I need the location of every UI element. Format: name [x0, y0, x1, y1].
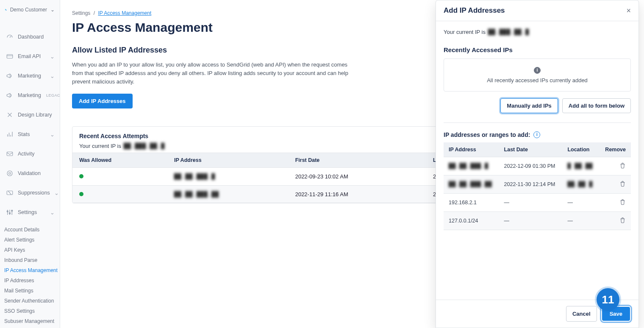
bars-icon [6, 131, 14, 138]
sidebar-item-design-library[interactable]: Design Library [0, 105, 60, 125]
add-all-button[interactable]: Add all to form below [562, 98, 631, 113]
trash-icon[interactable] [619, 162, 626, 169]
location-cell: — [567, 200, 573, 206]
last-date: 2022-11-30 12:14 PM [499, 175, 563, 193]
sidebar-item-settings[interactable]: Settings ⌄ [0, 203, 60, 222]
col-remove: Remove [599, 142, 631, 157]
last-date: — [499, 211, 563, 230]
sidebar-item-suppressions[interactable]: Suppressions ⌄ [0, 183, 60, 203]
current-ip-label: Your current IP is [79, 143, 121, 149]
cancel-button[interactable]: Cancel [566, 306, 597, 322]
settings-sub-inbound-parse[interactable]: Inbound Parse [4, 255, 60, 265]
svg-point-5 [7, 171, 12, 176]
first-date: 2022-09-23 10:02 AM [289, 168, 426, 186]
annotation-bubble: 11 [597, 288, 619, 311]
col-first-date: First Date [289, 153, 426, 168]
chevron-down-icon: ⌄ [50, 53, 55, 60]
col-was-allowed: Was Allowed [72, 153, 167, 168]
chevron-down-icon: ⌄ [50, 209, 55, 216]
last-date: — [499, 193, 563, 211]
recent-ips-empty: i All recently accessed IPs currently ad… [444, 58, 631, 92]
ip-cell: 192.168.2.1 [449, 200, 477, 206]
drawer-title: Add IP Addresses [444, 6, 505, 15]
sidebar-item-dashboard[interactable]: Dashboard [0, 27, 60, 47]
chevron-down-icon: ⌄ [50, 7, 55, 13]
svg-rect-0 [5, 9, 6, 10]
add-ip-drawer: Add IP Addresses × Your current IP is ██… [436, 0, 639, 328]
svg-point-9 [9, 213, 11, 214]
svg-point-6 [9, 172, 11, 175]
org-name: Demo Customer [10, 7, 47, 13]
settings-sub-api-keys[interactable]: API Keys [4, 245, 60, 255]
ip-cell: ██.██.███.██ [174, 191, 219, 197]
location-cell: █ ██.██ [567, 163, 593, 169]
sidebar-item-marketing[interactable]: Marketing ⌄ [0, 66, 60, 86]
org-switcher[interactable]: Demo Customer ⌄ [0, 0, 60, 27]
recent-ips-title: Recently Accessed IPs [444, 46, 631, 53]
svg-rect-2 [5, 10, 6, 11]
block-icon [6, 189, 14, 197]
ip-form-table: IP AddressLast DateLocationRemove ██.██.… [444, 142, 631, 230]
target-icon [6, 170, 14, 177]
megaphone-icon [6, 92, 14, 99]
settings-sub-alert-settings[interactable]: Alert Settings [4, 235, 60, 245]
drawer-current-ip-label: Your current IP is [444, 29, 486, 35]
chevron-down-icon: ⌄ [50, 73, 55, 79]
col-location: Location [562, 142, 599, 157]
ip-cell: ██.██.███.██ [449, 181, 492, 187]
sidebar-item-activity[interactable]: Activity [0, 144, 60, 164]
allowed-dot [79, 174, 83, 178]
trash-icon[interactable] [619, 217, 626, 223]
svg-point-10 [11, 210, 13, 211]
close-icon[interactable]: × [626, 7, 631, 14]
settings-sub-account-details[interactable]: Account Details [4, 225, 60, 235]
settings-sub-ip-addresses[interactable]: IP Addresses [4, 275, 60, 286]
location-cell: — [567, 218, 573, 224]
sliders-icon [6, 208, 14, 216]
sidebar-item-stats[interactable]: Stats ⌄ [0, 125, 60, 144]
allowed-dot [79, 192, 83, 196]
settings-sub-subuser-management[interactable]: Subuser Management [4, 316, 60, 326]
settings-sub-ip-access-management[interactable]: IP Access Management [4, 265, 60, 275]
sidebar-item-email-api[interactable]: Email API ⌄ [0, 47, 60, 66]
add-ip-button[interactable]: Add IP Addresses [72, 94, 133, 108]
chevron-down-icon: ⌄ [50, 131, 55, 138]
card-icon [6, 53, 14, 60]
ip-cell: 127.0.0.1/24 [449, 218, 478, 224]
breadcrumb-current[interactable]: IP Access Management [98, 10, 151, 16]
trash-icon[interactable] [619, 181, 626, 187]
ip-cell: ██.██.███.█ [449, 163, 489, 169]
svg-rect-4 [7, 152, 13, 156]
table-row: ██.██.███.█ 2022-12-09 01:30 PM █ ██.██ [444, 157, 631, 175]
palette-icon [6, 111, 14, 119]
chevron-down-icon: ⌄ [54, 190, 59, 196]
sidebar-item-validation[interactable]: Validation [0, 164, 60, 183]
info-icon: i [534, 67, 541, 74]
col-ip-address: IP Address [444, 142, 499, 157]
section-desc: When you add an IP to your allow list, y… [72, 61, 352, 86]
trash-icon[interactable] [619, 199, 626, 205]
ip-cell: ██.██.███.█ [174, 173, 215, 180]
settings-sub-sender-authentication[interactable]: Sender Authentication [4, 296, 60, 306]
last-date: 2022-12-09 01:30 PM [499, 157, 563, 175]
form-label: IP addresses or ranges to add: [444, 131, 530, 138]
svg-rect-3 [7, 55, 13, 58]
megaphone-icon [6, 72, 14, 80]
location-cell: ██.██ █ [567, 181, 593, 187]
info-icon[interactable]: i [533, 131, 540, 138]
svg-point-8 [7, 211, 8, 212]
mail-icon [6, 150, 14, 158]
table-row: ██.██.███.██ 2022-11-30 12:14 PM ██.██ █ [444, 175, 631, 193]
col-last-date: Last Date [499, 142, 563, 157]
drawer-current-ip: ██.███.██.█ [488, 29, 529, 35]
first-date: 2022-11-29 11:16 AM [289, 185, 426, 203]
manually-add-button[interactable]: Manually add IPs [500, 98, 558, 113]
settings-sub-sso-settings[interactable]: SSO Settings [4, 306, 60, 316]
settings-sub-mail-settings[interactable]: Mail Settings [4, 286, 60, 296]
col-ip-address: IP Address [167, 153, 289, 168]
settings-submenu: Account DetailsAlert SettingsAPI KeysInb… [0, 222, 60, 326]
svg-rect-1 [6, 10, 7, 11]
breadcrumb-parent: Settings [72, 10, 90, 16]
sidebar-item-marketing-legacy[interactable]: Marketing LEGACY ⌄ [0, 86, 60, 105]
sidebar: Demo Customer ⌄ Dashboard Email API ⌄ Ma… [0, 0, 60, 328]
